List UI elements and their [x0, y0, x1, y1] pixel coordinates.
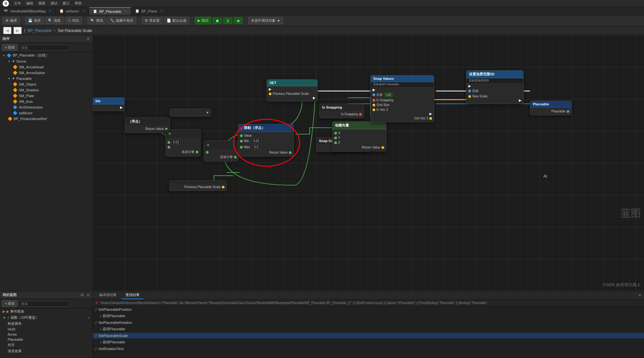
- menu-help[interactable]: 帮助: [75, 1, 82, 6]
- my-blueprints-gear[interactable]: ⚙: [80, 293, 84, 297]
- node-make-vector[interactable]: 创建向量 X Y Z Return Value: [332, 121, 386, 151]
- my-blueprints-title: 我的蓝图: [3, 293, 17, 297]
- node-snap-values[interactable]: Snap Values 目标是BP Placeable ▶ 目标 self Is…: [370, 75, 434, 122]
- tab-handheld[interactable]: 🗺 HandheldARBlankMap ✕: [0, 7, 56, 15]
- tree-arrowspline[interactable]: 🔶 SM_ArrowSpline: [0, 70, 92, 76]
- components-panel-close[interactable]: ✕: [87, 37, 90, 41]
- my-bp-placeable[interactable]: Placeable: [0, 337, 92, 342]
- eject-button[interactable]: ⏏: [234, 17, 243, 24]
- pin-add1-value[interactable]: 0.01: [171, 140, 181, 145]
- tab-selfactor-close[interactable]: ✕: [82, 9, 85, 13]
- nav-back-button[interactable]: ◀: [3, 27, 11, 34]
- pause-button[interactable]: ⏸: [223, 18, 232, 24]
- result-get-placeable-2[interactable]: • 获得Placeable: [93, 326, 644, 333]
- blueprint-area[interactable]: （浮点） Return Value + 0.01: [93, 35, 644, 291]
- tab-bp-plane-close[interactable]: ✕: [160, 9, 163, 13]
- node-clamp[interactable]: ƒ 限制（浮点） Value Min 0.01 Max 0.5: [238, 124, 294, 156]
- simulate-button[interactable]: ▶ 模拟: [195, 17, 211, 24]
- node-is-snapping-header: Is Snapping: [320, 104, 364, 110]
- menu-edit[interactable]: 编辑: [26, 1, 33, 6]
- node-add2[interactable]: + 添加引擎: [204, 141, 239, 162]
- pin-set3d-exec-out-dot: ▶: [519, 99, 521, 102]
- tab-bp-placeable[interactable]: 📋 BP_Placeable ✕: [89, 7, 131, 15]
- play-stop-button[interactable]: ⏹: [213, 18, 222, 24]
- my-bp-arrow[interactable]: Arrow: [0, 332, 92, 337]
- find-icon: 🔍: [90, 19, 95, 23]
- my-blueprints-search-input[interactable]: [19, 301, 70, 307]
- my-bp-functions[interactable]: ▼ ƒ 函数（19可覆盖） +: [0, 315, 92, 321]
- components-search-input[interactable]: [19, 45, 70, 50]
- result-get-placeable-3[interactable]: • 获得Placeable: [93, 339, 644, 346]
- node-left-partial[interactable]: ble ▶: [93, 97, 125, 111]
- pin-add1-out-dot: [196, 151, 198, 153]
- clear-results-button[interactable]: ✕: [95, 301, 98, 305]
- browse-button[interactable]: 🔍 浏览: [45, 17, 64, 24]
- debug-target-button[interactable]: 未选中调试对象 ▼: [248, 17, 283, 24]
- result-func-icon-3: ƒ: [95, 334, 97, 338]
- my-blueprints-add-button[interactable]: + 添加: [2, 300, 18, 307]
- tab-handheld-close[interactable]: ✕: [49, 9, 51, 13]
- bottom-panel-close[interactable]: ✕: [638, 293, 641, 298]
- node-set-3d[interactable]: 设置场景范围3D 目标是场景组件 ▶ 目标 New Scale ▶: [466, 70, 524, 104]
- class-settings-button[interactable]: ⚙ 类设置: [142, 17, 163, 24]
- tree-sm-object[interactable]: 🔶 SM_Object: [0, 81, 92, 87]
- tree-hudinteraction[interactable]: 🔷 HUDInteraction: [0, 104, 92, 110]
- pin-mv-z: Z: [332, 140, 386, 145]
- my-bp-event-graph[interactable]: ▶ ▶ 事件图表: [0, 308, 92, 315]
- menu-view[interactable]: 视图: [38, 1, 45, 6]
- my-bp-func-label: 函数（19可覆盖）: [11, 315, 39, 320]
- my-bp-align[interactable]: 对齐: [0, 342, 92, 348]
- tab-bp-plane[interactable]: 📋 BP_Plane ✕: [131, 7, 167, 15]
- save-button[interactable]: 💾 保存: [25, 17, 44, 24]
- menu-window[interactable]: 窗口: [63, 1, 70, 6]
- node-prev-scale[interactable]: Previous Placeable Scale: [169, 180, 227, 191]
- node-add1[interactable]: + 0.01 添加引擎: [165, 129, 201, 156]
- my-bp-constructor[interactable]: 构造脚本: [0, 321, 92, 327]
- node-is-snapping[interactable]: Is Snapping Is Snapping: [319, 104, 364, 118]
- tree-placeable[interactable]: ▼ ✦ Placeable: [0, 76, 92, 81]
- result-set-placeable-scale[interactable]: ƒ SetPlaceableScale: [93, 333, 644, 339]
- result-func-icon-2: ƒ: [95, 321, 97, 324]
- tab-selfactor[interactable]: 📋 selfactor ✕: [56, 7, 89, 15]
- my-blueprints-close[interactable]: ✕: [87, 293, 90, 297]
- tree-icon-arrowspline: 🔶: [13, 71, 18, 75]
- tree-sm-shadow[interactable]: 🔶 SM_Shadow: [0, 87, 92, 93]
- my-bp-func-add[interactable]: +: [88, 316, 90, 320]
- breadcrumb-bp[interactable]: BP_Placeable: [28, 28, 52, 33]
- result-get-rotation-text[interactable]: ƒ GetRotationText: [93, 346, 644, 352]
- tree-sm-plate[interactable]: 🔶 SM_Plate: [0, 93, 92, 99]
- tree-bp-productasset[interactable]: 🔶 BP_ProductAssetRef: [0, 116, 92, 122]
- nav-forward-button[interactable]: ▶: [13, 27, 22, 34]
- my-bp-event-arrow: ▶: [3, 309, 5, 314]
- blueprint-canvas[interactable]: （浮点） Return Value + 0.01: [93, 35, 644, 291]
- pin-clamp-min-value[interactable]: 0.01: [252, 139, 261, 143]
- tree-sm-axis[interactable]: 🔶 SM_Axis: [0, 99, 92, 104]
- tab-compiler-results[interactable]: 编译器结果: [95, 291, 120, 299]
- compile-button[interactable]: ⚙ 编译: [3, 17, 20, 24]
- hide-unrelated-button[interactable]: 🔧 隐藏不相关: [107, 17, 136, 24]
- tab-bp-placeable-close[interactable]: ✕: [125, 10, 127, 13]
- components-add-button[interactable]: + 添加: [2, 44, 18, 51]
- node-float-var[interactable]: （浮点） Return Value: [125, 118, 170, 133]
- result-get-placeable-1[interactable]: • 获得Placeable: [93, 313, 644, 320]
- menu-file[interactable]: 文件: [14, 1, 21, 6]
- node-dropdown[interactable]: ▼: [170, 109, 211, 117]
- tree-selfactor[interactable]: 🔷 selfActor: [0, 110, 92, 116]
- menu-debug[interactable]: 调试: [50, 1, 57, 6]
- tab-find-results[interactable]: 查找结果: [122, 291, 143, 299]
- find-button[interactable]: 🔍 查找: [87, 17, 106, 24]
- result-set-placeable-pos[interactable]: ƒ SetPlaceablePosition: [93, 307, 644, 313]
- pin-clamp-max-value[interactable]: 0.5: [253, 145, 260, 149]
- result-label-5: 获得Placeable: [103, 340, 125, 345]
- result-set-placeable-rot[interactable]: ƒ SetPlaceableRotation: [93, 320, 644, 326]
- diff-button[interactable]: ⬡ 对比: [65, 17, 82, 24]
- tree-scene[interactable]: ▼ ✦ Scene: [0, 58, 92, 64]
- pin-dropdown-select[interactable]: ▼: [170, 110, 211, 115]
- tree-arrowhead[interactable]: 🔶 SM_ArrowHead: [0, 64, 92, 70]
- default-values-button[interactable]: 📄 默认认值: [164, 17, 189, 24]
- my-bp-gradient[interactable]: 渐变效果: [0, 348, 92, 354]
- node-placeable-var[interactable]: Placeable Placeable: [530, 101, 572, 115]
- tree-bp-root[interactable]: ▼ 🔷 BP_Placeable（自我）: [0, 52, 92, 58]
- node-set[interactable]: SET ▶ Previous Placeable Scale ▶: [267, 79, 318, 102]
- my-bp-hud[interactable]: HUD: [0, 327, 92, 332]
